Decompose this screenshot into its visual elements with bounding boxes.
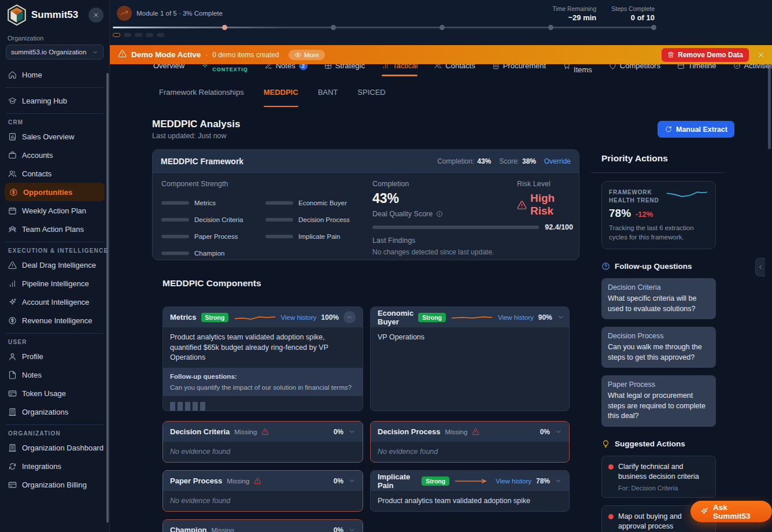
alert-triangle-icon [254,477,261,485]
sidebar-item-label: Deal Drag Intelligence [22,261,96,269]
sidebar-item-opportunities[interactable]: Opportunities [5,183,105,201]
sidebar-item-weekly-action-plan[interactable]: Weekly Action Plan [0,201,109,220]
credit-card-icon [8,389,17,398]
sidebar-item-label: Sales Overview [22,132,74,141]
dollar-circle-icon [9,188,18,197]
expand-card-button[interactable] [557,313,564,321]
organization-select[interactable]: summit53.io Organization [6,45,104,60]
sidebar-item-label: Integrations [22,462,61,471]
sidebar-item-home[interactable]: Home [0,65,109,84]
expand-card-button[interactable] [555,428,562,435]
progress-milestone [548,25,553,30]
last-findings-block: Last Findings No changes detected since … [372,237,494,256]
view-history-link[interactable]: View history [496,478,531,485]
step-pill[interactable] [135,33,142,37]
expand-card-button[interactable] [348,428,356,435]
sidebar-item-accounts[interactable]: Accounts [0,146,109,164]
sidebar-item-label: Account Intelligence [22,298,89,306]
question-circle-icon [601,262,610,271]
calendar-icon [8,206,17,215]
sidebar-item-account-intelligence[interactable]: Account Intelligence [0,293,109,311]
suggested-action-card[interactable]: Clarify technical and business decision … [601,456,716,498]
chevron-down-icon [348,477,356,485]
collapse-card-button[interactable] [343,311,356,323]
strength-row: Implicate Pain [265,233,370,240]
sidebar-item-integrations[interactable]: Integrations [0,457,109,475]
module-icon [117,6,132,21]
demo-items-count: 0 demo items created [212,51,279,59]
framework-health-card: FRAMEWORK HEALTH TREND 78% -12% Tracking… [601,181,716,249]
followup-question-card[interactable]: Decision Criteria What specific criteria… [601,278,716,319]
subtab-meddpic[interactable]: MEDDPIC [264,88,298,107]
step-pill-active[interactable] [113,33,120,37]
components-section-title: MEDDPIC Components [162,278,261,289]
sidebar-item-label: Pipeline Intelligence [22,279,89,288]
sidebar-item-token-usage[interactable]: Token Usage [0,384,109,402]
sidebar-scrollbar[interactable] [106,73,109,523]
subtab-label: SPICED [357,88,385,97]
view-history-link[interactable]: View history [498,314,534,321]
subtab-bant[interactable]: BANT [318,88,338,107]
status-missing: Missing [212,527,234,532]
subtab-framework-relationships[interactable]: Framework Relationships [159,88,244,107]
component-card-implicate-pain: Implicate Pain Strong View history 78% P… [370,470,570,512]
remove-demo-data-button[interactable]: Remove Demo Data [662,48,749,62]
suggested-actions-header: Suggested Actions [601,439,724,448]
organization-select-value: summit53.io Organization [11,49,88,56]
sidebar-item-pipeline-intelligence[interactable]: Pipeline Intelligence [0,274,109,293]
sidebar-item-contacts[interactable]: Contacts [0,164,109,183]
sidebar-item-learning-hub[interactable]: Learning Hub [0,91,109,110]
divider [6,242,104,242]
sidebar-item-profile[interactable]: Profile [0,347,109,365]
strength-row: Economic Buyer [265,200,370,206]
manual-extract-button[interactable]: Manual Extract [658,121,734,138]
info-icon[interactable] [436,210,443,217]
step-pill[interactable] [146,33,153,37]
component-confidence: 78% [536,477,550,485]
demo-more-button[interactable]: More [289,50,325,60]
sidebar-item-organizations[interactable]: Organizations [0,402,109,421]
completion-big-value: 43% [372,191,409,206]
nav-section-execution: EXECUTION & INTELLIGENCE [8,247,109,254]
sidebar-item-organization-billing[interactable]: Organization Billing [0,475,109,494]
nav-section-user: USER [8,339,109,345]
subtab-spiced[interactable]: SPICED [357,88,385,107]
step-pill[interactable] [157,33,164,37]
subtab-label: MEDDPIC [264,88,298,97]
sidebar-item-label: Learning Hub [22,97,67,105]
sidebar-item-sales-overview[interactable]: Sales Overview [0,127,109,146]
alert-triangle-icon [472,428,479,435]
followup-question-card[interactable]: Paper Process What legal or procurement … [601,375,716,427]
sidebar-item-organization-dashboard[interactable]: Organization Dashboard [0,438,109,457]
view-history-link[interactable]: View history [281,314,317,321]
credit-card-icon [8,481,17,489]
followup-question-card[interactable]: Decision Process Can you walk me through… [601,327,716,368]
expand-card-button[interactable] [348,526,356,532]
expand-card-button[interactable] [348,477,356,485]
page-title: MEDDPIC Analysis [152,119,240,130]
no-evidence-text: No evidence found [378,447,562,457]
sidebar-close-button[interactable] [88,8,104,23]
sidebar-item-revenue-intelligence[interactable]: Revenue Intelligence [0,311,109,330]
meddpic-framework-card: MEDDPIC Framework Completion:43% Score:3… [152,149,579,260]
briefcase-icon [8,151,17,160]
expand-card-button[interactable] [555,477,562,485]
progress-milestone [331,25,336,30]
step-pill[interactable] [124,33,131,37]
chart-panel-icon [8,132,17,141]
sidebar-item-team-action-plans[interactable]: Team Action Plans [0,220,109,238]
sidebar-item-notes[interactable]: Notes [0,365,109,384]
banner-close-button[interactable] [757,51,765,59]
panel-collapse-button[interactable] [755,258,765,276]
ask-summit53-button[interactable]: Ask Summit53 [690,501,772,522]
sidebar-item-deal-drag-intelligence[interactable]: Deal Drag Intelligence [0,256,109,274]
main-area: Module 1 of 5 · 3% Complete Time Remaini… [110,0,772,532]
no-evidence-text: No evidence found [170,496,356,507]
framework-card-header: MEDDPIC Framework Completion:43% Score:3… [153,150,579,173]
followup-box: Follow-up questions: Can you quantify th… [163,368,363,396]
override-link[interactable]: Override [544,157,571,165]
priority-dot [608,514,614,519]
sidebar: Summit53 Organization summit53.io Organi… [0,0,110,532]
sidebar-item-label: Home [22,71,42,79]
home-icon [8,71,17,79]
